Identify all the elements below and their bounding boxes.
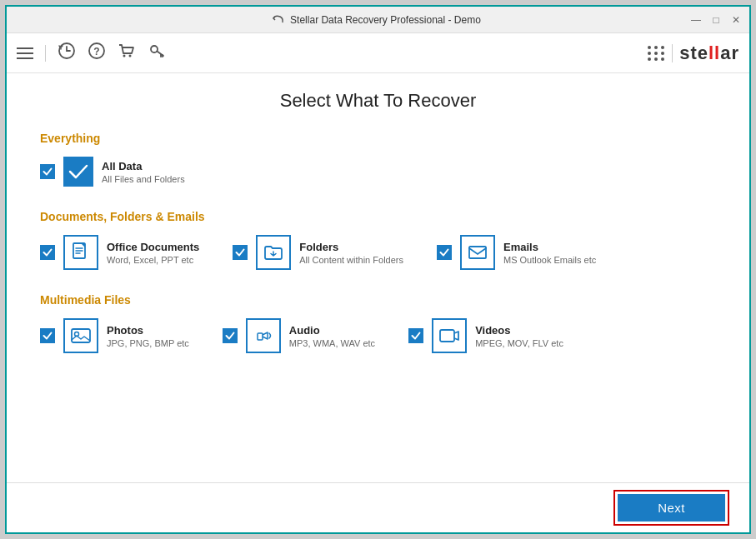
- toolbar: ?: [7, 33, 749, 73]
- main-window: Stellar Data Recovery Professional - Dem…: [5, 5, 751, 534]
- titlebar: Stellar Data Recovery Professional - Dem…: [7, 7, 749, 33]
- svg-text:?: ?: [93, 46, 99, 57]
- all-data-text: All Data All Files and Folders: [102, 160, 185, 184]
- audio-icon-box: [246, 318, 281, 353]
- item-emails: Emails MS Outlook Emails etc: [437, 235, 596, 270]
- page-title: Select What To Recover: [40, 90, 716, 112]
- item-videos: Videos MPEG, MOV, FLV etc: [408, 318, 563, 353]
- toolbar-left: ?: [17, 42, 166, 64]
- photos-text: Photos JPG, PNG, BMP etc: [107, 324, 189, 348]
- photos-desc: JPG, PNG, BMP etc: [107, 338, 189, 348]
- next-button[interactable]: Next: [618, 494, 725, 522]
- documents-items-row: Office Documents Word, Excel, PPT etc: [40, 235, 716, 270]
- close-button[interactable]: ✕: [729, 13, 743, 27]
- toolbar-divider-1: [45, 45, 46, 62]
- help-icon[interactable]: ?: [88, 42, 106, 64]
- item-audio: Audio MP3, WMA, WAV etc: [223, 318, 375, 353]
- photos-label: Photos: [107, 324, 189, 337]
- toolbar-right: stellar: [648, 42, 739, 64]
- maximize-button[interactable]: □: [709, 13, 723, 27]
- window-title: Stellar Data Recovery Professional - Dem…: [63, 13, 689, 27]
- all-data-label: All Data: [102, 160, 185, 172]
- cart-icon[interactable]: [118, 42, 136, 64]
- office-docs-text: Office Documents Word, Excel, PPT etc: [107, 241, 199, 265]
- item-photos: Photos JPG, PNG, BMP etc: [40, 318, 189, 353]
- checkbox-all-data[interactable]: [40, 164, 55, 179]
- footer: Next: [7, 482, 749, 532]
- svg-rect-8: [72, 329, 90, 342]
- brand-divider: [672, 44, 673, 62]
- emails-icon-box: [460, 235, 495, 270]
- folders-icon-box: [256, 235, 291, 270]
- office-docs-label: Office Documents: [107, 241, 199, 253]
- apps-grid-icon[interactable]: [648, 46, 665, 61]
- section-documents: Documents, Folders & Emails: [40, 210, 716, 270]
- item-all-data: All Data All Files and Folders: [40, 157, 185, 187]
- videos-label: Videos: [475, 324, 563, 337]
- section-multimedia: Multimedia Files Photos: [40, 293, 716, 353]
- window-controls: — □ ✕: [689, 13, 743, 27]
- svg-rect-11: [440, 330, 454, 342]
- checkbox-folders[interactable]: [233, 245, 248, 260]
- main-content: Select What To Recover Everything All Da…: [7, 73, 749, 482]
- menu-icon[interactable]: [17, 47, 33, 59]
- checkbox-videos[interactable]: [408, 328, 423, 343]
- videos-desc: MPEG, MOV, FLV etc: [475, 338, 563, 348]
- section-multimedia-title: Multimedia Files: [40, 293, 716, 307]
- item-folders: Folders All Content within Folders: [233, 235, 403, 270]
- checkbox-audio[interactable]: [223, 328, 238, 343]
- all-data-desc: All Files and Folders: [102, 174, 185, 184]
- section-everything-title: Everything: [40, 132, 716, 145]
- videos-icon-box: [432, 318, 467, 353]
- brand-logo: stellar: [679, 42, 739, 64]
- checkbox-office-docs[interactable]: [40, 245, 55, 260]
- folders-desc: All Content within Folders: [299, 255, 403, 265]
- checkbox-photos[interactable]: [40, 328, 55, 343]
- office-docs-desc: Word, Excel, PPT etc: [107, 255, 199, 265]
- svg-rect-10: [258, 333, 263, 340]
- emails-text: Emails MS Outlook Emails etc: [503, 241, 596, 265]
- key-icon[interactable]: [148, 42, 166, 64]
- svg-rect-7: [469, 247, 486, 258]
- svg-point-4: [129, 55, 132, 57]
- svg-point-3: [123, 55, 126, 57]
- section-everything: Everything All Data All Files and Folder…: [40, 132, 716, 187]
- alldata-icon-box: [63, 157, 93, 187]
- emails-desc: MS Outlook Emails etc: [503, 255, 596, 265]
- section-documents-title: Documents, Folders & Emails: [40, 210, 716, 223]
- office-docs-icon-box: [63, 235, 98, 270]
- item-office-docs: Office Documents Word, Excel, PPT etc: [40, 235, 199, 270]
- emails-label: Emails: [503, 241, 596, 253]
- next-button-wrapper: Next: [613, 490, 729, 526]
- minimize-button[interactable]: —: [689, 13, 703, 27]
- history-icon[interactable]: [58, 42, 76, 64]
- folders-label: Folders: [299, 241, 403, 253]
- audio-desc: MP3, WMA, WAV etc: [289, 338, 375, 348]
- audio-label: Audio: [289, 324, 375, 337]
- photos-icon-box: [63, 318, 98, 353]
- undo-icon: [272, 13, 285, 27]
- multimedia-items-row: Photos JPG, PNG, BMP etc: [40, 318, 716, 353]
- videos-text: Videos MPEG, MOV, FLV etc: [475, 324, 563, 348]
- everything-items-row: All Data All Files and Folders: [40, 157, 716, 187]
- audio-text: Audio MP3, WMA, WAV etc: [289, 324, 375, 348]
- checkbox-emails[interactable]: [437, 245, 452, 260]
- folders-text: Folders All Content within Folders: [299, 241, 403, 265]
